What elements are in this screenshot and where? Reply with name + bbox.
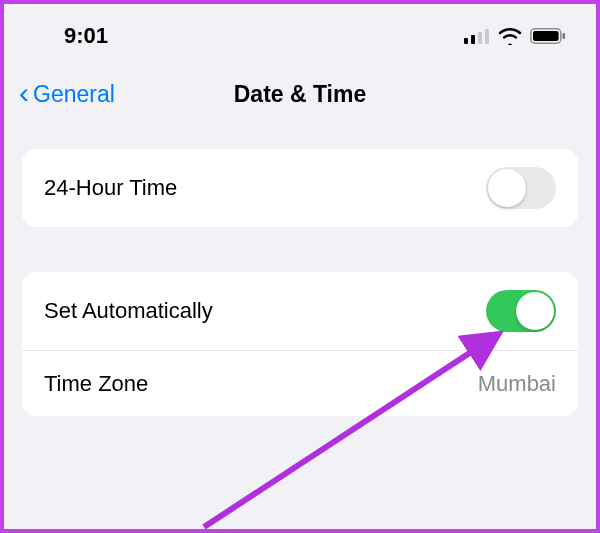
svg-rect-1 — [471, 35, 475, 44]
toggle-24-hour-time[interactable] — [486, 167, 556, 209]
row-label: 24-Hour Time — [44, 175, 177, 201]
row-24-hour-time: 24-Hour Time — [22, 149, 578, 227]
battery-icon — [530, 28, 566, 44]
nav-header: ‹ General Date & Time — [4, 64, 596, 124]
chevron-left-icon: ‹ — [19, 78, 29, 108]
cellular-icon — [464, 28, 490, 44]
toggle-knob — [516, 292, 554, 330]
svg-rect-3 — [485, 29, 489, 44]
settings-group-1: 24-Hour Time — [22, 149, 578, 227]
status-bar: 9:01 — [4, 4, 596, 64]
settings-group-2: Set Automatically Time Zone Mumbai — [22, 272, 578, 416]
row-time-zone[interactable]: Time Zone Mumbai — [22, 350, 578, 416]
back-label: General — [33, 81, 115, 108]
svg-rect-6 — [563, 33, 566, 39]
back-button[interactable]: ‹ General — [19, 81, 115, 108]
status-time: 9:01 — [64, 23, 108, 49]
toggle-knob — [488, 169, 526, 207]
toggle-set-automatically[interactable] — [486, 290, 556, 332]
wifi-icon — [498, 27, 522, 45]
row-label: Time Zone — [44, 371, 148, 397]
status-indicators — [464, 27, 566, 45]
row-set-automatically: Set Automatically — [22, 272, 578, 350]
screen: 9:01 ‹ General Date & Tim — [4, 4, 596, 529]
time-zone-value: Mumbai — [478, 371, 556, 397]
svg-rect-5 — [533, 31, 559, 41]
svg-rect-0 — [464, 38, 468, 44]
svg-rect-2 — [478, 32, 482, 44]
row-label: Set Automatically — [44, 298, 213, 324]
